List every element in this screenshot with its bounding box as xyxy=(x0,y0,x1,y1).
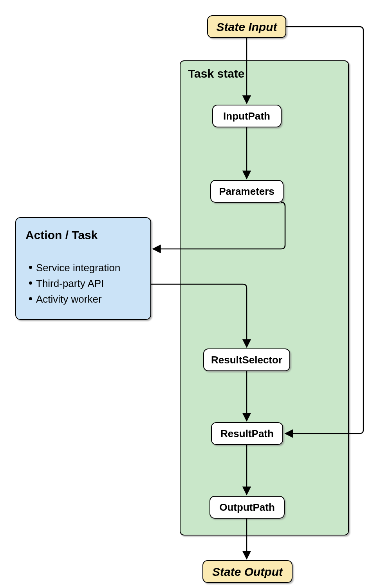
task-state-title: Task state xyxy=(188,67,245,80)
result-path-label: ResultPath xyxy=(220,428,274,439)
action-task-bullet-1: Third-party API xyxy=(29,278,104,289)
task-state-container: Task state xyxy=(180,61,349,535)
action-task-bullet-0-text: Service integration xyxy=(36,262,120,274)
result-selector-label: ResultSelector xyxy=(211,354,282,366)
parameters-label: Parameters xyxy=(219,185,274,197)
action-task-bullet-2-text: Activity worker xyxy=(36,293,102,305)
input-path-box: InputPath xyxy=(213,105,281,127)
svg-point-6 xyxy=(29,281,32,285)
svg-point-5 xyxy=(29,266,32,269)
action-task-bullet-1-text: Third-party API xyxy=(36,278,104,289)
action-task-bullet-0: Service integration xyxy=(29,262,120,274)
svg-point-7 xyxy=(29,297,32,300)
svg-rect-0 xyxy=(180,61,349,535)
action-task-bullet-2: Activity worker xyxy=(29,293,102,305)
state-input-label: State Input xyxy=(217,20,278,33)
result-selector-box: ResultSelector xyxy=(204,349,290,371)
output-path-box: OutputPath xyxy=(210,496,284,518)
state-input-box: State Input xyxy=(208,16,286,38)
parameters-box: Parameters xyxy=(211,180,283,202)
output-path-label: OutputPath xyxy=(219,501,275,513)
state-output-box: State Output xyxy=(203,561,292,583)
state-output-label: State Output xyxy=(212,565,284,578)
action-task-title: Action / Task xyxy=(25,229,98,241)
action-task-panel: Action / Task Service integration Third-… xyxy=(16,218,151,319)
result-path-box: ResultPath xyxy=(211,423,283,445)
input-path-label: InputPath xyxy=(223,110,270,122)
state-flow-diagram: Task state State Input InputPath Paramet… xyxy=(0,0,372,588)
